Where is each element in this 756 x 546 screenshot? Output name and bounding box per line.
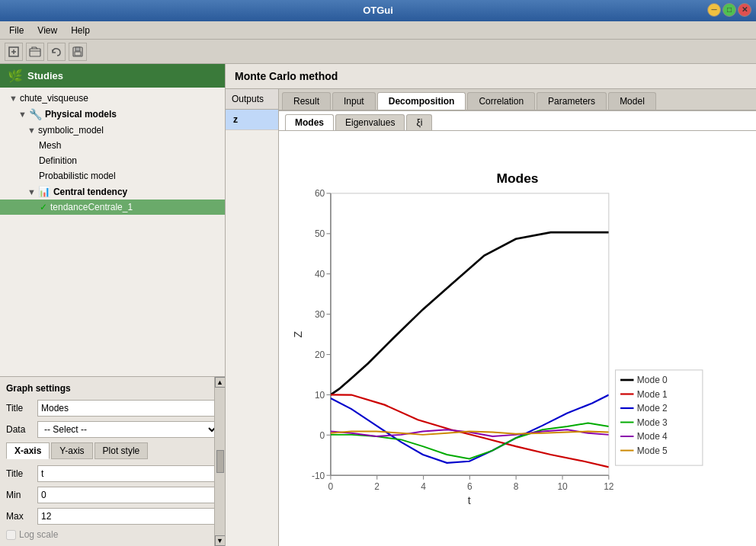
y-axis-ticks: 60 50 40 30 <box>312 188 331 481</box>
tree-toggle-central: ▼ <box>27 187 36 196</box>
menu-file[interactable]: File <box>3 24 30 37</box>
tab-xaxis[interactable]: X-axis <box>6 442 50 459</box>
tab-model[interactable]: Model <box>608 92 656 110</box>
tree-item-definition[interactable]: Definition <box>0 153 225 168</box>
svg-text:60: 60 <box>315 188 325 199</box>
open-button[interactable] <box>26 43 44 61</box>
main-tabs: Result Input Decomposition Correlation P… <box>279 89 756 111</box>
subtab-modes[interactable]: Modes <box>285 114 334 130</box>
svg-text:-10: -10 <box>312 471 325 481</box>
right-panel: Monte Carlo method Outputs z Result Inpu… <box>226 64 756 546</box>
tree-item-symbolic-model[interactable]: ▼ symbolic_model <box>0 123 225 138</box>
tab-yaxis[interactable]: Y-axis <box>51 442 92 459</box>
tree-toggle-chute: ▼ <box>9 94 18 103</box>
output-item-z[interactable]: z <box>226 110 278 130</box>
svg-text:Mode 0: Mode 0 <box>637 375 668 385</box>
axis-min-input[interactable] <box>37 487 219 503</box>
svg-text:Mode 5: Mode 5 <box>637 445 668 456</box>
checkmark-icon: ✓ <box>40 202 47 212</box>
close-button[interactable]: ✕ <box>738 3 751 17</box>
tree-label-symbolic-model: symbolic_model <box>38 125 104 136</box>
save-button[interactable] <box>69 43 87 61</box>
outputs-panel: Outputs z <box>226 89 279 546</box>
svg-text:20: 20 <box>315 350 325 360</box>
tree-label-definition: Definition <box>39 155 77 166</box>
tree-label-tendance-centrale: tendanceCentrale_1 <box>50 202 133 212</box>
svg-text:Mode 1: Mode 1 <box>637 389 668 400</box>
outputs-label: Outputs <box>226 89 278 110</box>
scrollbar[interactable]: ▲ ▼ <box>214 377 225 546</box>
svg-text:0: 0 <box>320 430 325 441</box>
tree-header: 🌿 Studies <box>0 64 225 88</box>
main-layout: 🌿 Studies ▼ chute_visqueuse ▼ 🔧 Physical… <box>0 64 756 546</box>
chart-area: Modes <box>279 131 756 546</box>
svg-text:4: 4 <box>421 481 426 492</box>
tab-plotstyle[interactable]: Plot style <box>94 442 149 459</box>
svg-text:12: 12 <box>604 481 614 492</box>
title-field-input[interactable] <box>37 400 219 417</box>
tree-label-central-tendency: Central tendency <box>53 187 127 197</box>
tree-item-probabilistic-model[interactable]: Probabilistic model <box>0 168 225 184</box>
tab-decomposition[interactable]: Decomposition <box>377 92 466 110</box>
axis-title-label: Title <box>6 468 33 479</box>
tree-label-physical-models: Physical models <box>45 109 117 120</box>
central-tendency-icon: 📊 <box>38 186 50 197</box>
menubar: File View Help <box>0 21 756 40</box>
menu-help[interactable]: Help <box>65 24 96 37</box>
left-panel: 🌿 Studies ▼ chute_visqueuse ▼ 🔧 Physical… <box>0 64 226 546</box>
tree-item-mesh[interactable]: Mesh <box>0 138 225 153</box>
physical-models-icon: 🔧 <box>29 108 42 120</box>
tree-toggle-physical: ▼ <box>18 110 27 119</box>
subtab-xi[interactable]: ξi <box>406 114 432 130</box>
toolbar <box>0 40 756 64</box>
tab-parameters[interactable]: Parameters <box>537 92 607 110</box>
subtab-eigenvalues[interactable]: Eigenvalues <box>335 114 405 130</box>
y-axis-label: Z <box>292 330 304 337</box>
scroll-up-button[interactable]: ▲ <box>215 377 226 388</box>
svg-text:6: 6 <box>467 481 472 492</box>
axis-max-input[interactable] <box>37 508 219 525</box>
tree-label-mesh: Mesh <box>39 140 61 151</box>
tab-area: Result Input Decomposition Correlation P… <box>279 89 756 546</box>
svg-text:2: 2 <box>374 481 380 492</box>
svg-text:50: 50 <box>315 228 325 239</box>
tree-item-physical-models[interactable]: ▼ 🔧 Physical models <box>0 106 225 123</box>
axis-title-input[interactable] <box>37 465 219 482</box>
menu-view[interactable]: View <box>31 24 63 37</box>
graph-settings-panel: Graph settings Title Data -- Select -- X… <box>0 376 225 546</box>
tab-input[interactable]: Input <box>332 92 376 110</box>
tree-toggle-symbolic: ▼ <box>27 126 36 135</box>
window-title: OTGui <box>363 5 393 16</box>
undo-button[interactable] <box>47 43 66 61</box>
tab-result[interactable]: Result <box>282 92 331 110</box>
minimize-button[interactable]: ─ <box>707 3 721 17</box>
tab-correlation[interactable]: Correlation <box>467 92 535 110</box>
svg-text:40: 40 <box>315 269 325 279</box>
chart-container: Modes <box>285 137 750 540</box>
svg-text:8: 8 <box>514 481 519 492</box>
svg-text:Mode 2: Mode 2 <box>637 403 668 413</box>
tree-item-tendance-centrale[interactable]: ✓ tendanceCentrale_1 <box>0 200 225 215</box>
svg-rect-6 <box>75 52 81 56</box>
tree-item-chute-visqueuse[interactable]: ▼ chute_visqueuse <box>0 91 225 106</box>
svg-rect-5 <box>75 47 80 51</box>
log-scale-checkbox[interactable] <box>6 530 16 540</box>
maximize-button[interactable]: □ <box>722 3 736 17</box>
right-main: Outputs z Result Input Decomposition Cor… <box>226 89 756 546</box>
titlebar: OTGui ─ □ ✕ <box>0 0 756 21</box>
log-scale-label: Log scale <box>19 529 58 540</box>
svg-text:Mode 4: Mode 4 <box>637 431 668 442</box>
x-axis-ticks: 0 2 4 6 <box>328 475 614 492</box>
data-select[interactable]: -- Select -- <box>37 421 219 438</box>
scroll-down-button[interactable]: ▼ <box>215 535 226 546</box>
tree-item-central-tendency[interactable]: ▼ 📊 Central tendency <box>0 184 225 200</box>
axis-min-label: Min <box>6 490 33 500</box>
content-header: Monte Carlo method <box>226 64 756 89</box>
chart-title: Modes <box>496 171 538 186</box>
axis-max-label: Max <box>6 511 33 522</box>
x-axis-label: t <box>468 494 471 506</box>
modes-chart: Modes <box>285 137 750 540</box>
scroll-thumb[interactable] <box>216 450 224 473</box>
new-button[interactable] <box>5 43 23 61</box>
data-field-label: Data <box>6 424 33 435</box>
